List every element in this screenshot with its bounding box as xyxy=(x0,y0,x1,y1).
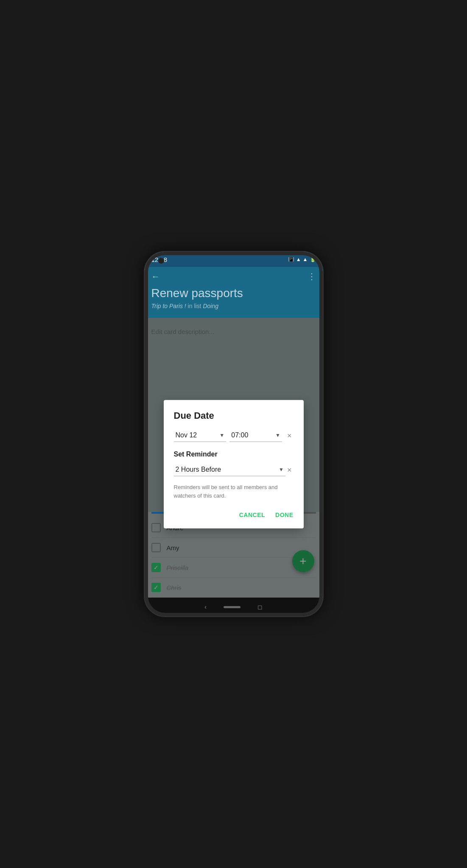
date-dropdown-icon: ▼ xyxy=(219,432,224,438)
reminder-dropdown-icon: ▼ xyxy=(279,467,284,473)
clear-reminder-button[interactable]: × xyxy=(285,464,294,476)
date-select[interactable]: Nov 12 ▼ xyxy=(174,430,227,442)
dialog-actions: CANCEL DONE xyxy=(174,508,294,522)
status-bar: 12:18 📳 ▲ ▲ 🔋 xyxy=(145,252,323,267)
reminder-select[interactable]: 2 Hours Before ▼ xyxy=(174,464,285,476)
date-time-row: Nov 12 ▼ 07:00 ▼ × xyxy=(174,430,294,442)
time-select[interactable]: 07:00 ▼ xyxy=(229,430,282,442)
done-button[interactable]: DONE xyxy=(275,508,293,522)
dialog-title: Due Date xyxy=(174,410,294,421)
set-reminder-label: Set Reminder xyxy=(174,451,294,458)
board-name: Trip to Paris ! xyxy=(151,303,186,309)
battery-icon: 🔋 xyxy=(310,256,316,262)
nav-square-icon[interactable]: ◻ xyxy=(257,604,263,610)
time-dropdown-icon: ▼ xyxy=(275,432,280,438)
content-area: Edit card description... Andre xyxy=(145,318,323,598)
subtitle-connector: in list xyxy=(186,303,203,309)
cancel-button[interactable]: CANCEL xyxy=(239,508,265,522)
time-value: 07:00 xyxy=(231,431,274,439)
phone-screen: 12:18 📳 ▲ ▲ 🔋 ← ⋮ Renew passports Trip t… xyxy=(145,252,323,616)
reminder-row: 2 Hours Before ▼ × xyxy=(174,464,294,476)
wifi-icon: ▲ xyxy=(296,256,301,262)
app-header: ← ⋮ Renew passports Trip to Paris ! in l… xyxy=(145,267,323,318)
vibrate-icon: 📳 xyxy=(288,256,294,262)
due-date-dialog: Due Date Nov 12 ▼ 07:00 ▼ × xyxy=(164,400,304,529)
date-value: Nov 12 xyxy=(176,431,218,439)
more-button[interactable]: ⋮ xyxy=(308,271,316,281)
card-title: Renew passports xyxy=(151,287,316,300)
list-name: Doing xyxy=(203,303,218,309)
header-top: ← ⋮ xyxy=(151,271,316,281)
nav-home-indicator[interactable] xyxy=(224,606,240,608)
status-icons: 📳 ▲ ▲ 🔋 xyxy=(288,256,316,262)
back-button[interactable]: ← xyxy=(151,272,160,281)
nav-back-icon[interactable]: ‹ xyxy=(204,604,207,610)
card-subtitle: Trip to Paris ! in list Doing xyxy=(151,303,316,309)
reminder-value: 2 Hours Before xyxy=(176,466,277,473)
nav-bar: ‹ ◻ xyxy=(145,598,323,616)
clear-date-button[interactable]: × xyxy=(285,430,294,442)
camera xyxy=(158,258,164,264)
reminder-note: Reminders will be sent to all members an… xyxy=(174,483,294,500)
phone-frame: 12:18 📳 ▲ ▲ 🔋 ← ⋮ Renew passports Trip t… xyxy=(145,252,323,616)
signal-icon: ▲ xyxy=(303,256,308,262)
